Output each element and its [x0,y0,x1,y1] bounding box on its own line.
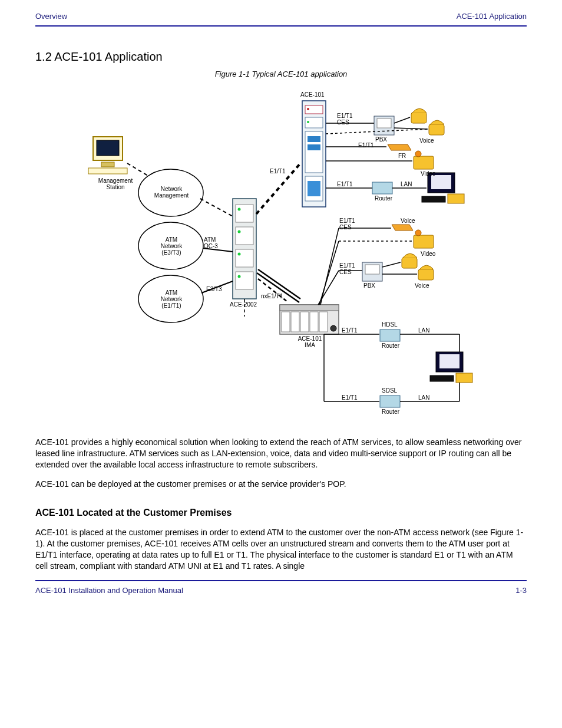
svg-point-39 [415,151,421,157]
lbl-atmoc3: ATMOC-3 [204,236,218,249]
svg-rect-8 [236,272,253,289]
lbl-video2: Video [421,251,435,257]
lbl-voice2: Voice [401,218,415,224]
svg-point-11 [238,253,241,256]
lbl-nxe1t1: nxE1/T1 [261,293,283,299]
lbl-e1t1-5: E1/T1 [342,394,358,401]
svg-rect-21 [308,181,320,196]
lbl-voice3: Voice [415,282,429,289]
voice2-modem-icon [392,225,413,230]
lbl-ace2002: ACE-2002 [230,301,257,308]
page-footer: ACE-101 Installation and Operation Manua… [0,581,562,607]
header-left: Overview [35,12,67,21]
lbl-mgmt: ManagementStation [92,177,139,190]
para2: ACE-101 can be deployed at the customer … [35,479,527,490]
svg-rect-41 [431,175,451,189]
svg-rect-37 [429,124,444,135]
section-title: 1.2 ACE-101 Application [0,27,562,64]
svg-rect-25 [282,312,290,332]
lbl-router3: Router [382,409,399,415]
video2-icon [414,230,434,248]
svg-line-75 [320,228,339,305]
svg-point-22 [307,108,309,110]
sdsl-router-icon [380,396,400,407]
svg-rect-43 [422,196,445,202]
svg-rect-26 [291,312,299,332]
lbl-e1t1ces-1: E1/T1CES [337,113,353,126]
ace101-1-icon [302,101,326,207]
lbl-e1t1-2: E1/T1 [358,142,374,149]
mgmt-station-icon [88,137,127,174]
svg-point-9 [238,208,241,211]
hdsl-router-icon [380,330,400,341]
lbl-lan1: LAN [401,181,412,187]
lbl-voice1: Voice [419,137,434,144]
lbl-e1t1-4: E1/T1 [342,327,358,334]
phone1-icon [411,108,427,123]
svg-rect-55 [402,258,417,268]
svg-rect-3 [88,168,127,174]
lbl-video1: Video [421,170,435,177]
svg-line-64 [382,262,401,267]
lbl-router2: Router [382,342,399,349]
svg-rect-52 [414,235,434,248]
phone4-icon [418,265,434,280]
footer-right: 1-3 [515,586,527,595]
lbl-e1t1-1: E1/T1 [270,168,286,174]
ace2002-icon [233,199,256,299]
router1-icon [372,182,392,194]
svg-rect-38 [414,156,434,169]
lbl-ace101-1: ACE-101 [300,91,325,98]
phone3-icon [402,253,417,268]
lbl-fr: FR [398,153,406,159]
svg-rect-31 [280,305,339,311]
para1: ACE-101 provides a highly economical sol… [35,437,527,470]
svg-rect-42 [448,194,464,203]
para3: ACE-101 is placed at the customer premis… [35,527,527,572]
svg-rect-28 [310,312,318,332]
svg-point-10 [238,230,241,233]
lbl-cloud-nm: NetworkManagement [151,186,192,199]
svg-rect-7 [236,249,253,267]
subheading-cpe: ACE-101 Located at the Customer Premises [35,506,527,519]
figure-caption: Figure 1-1 Typical ACE-101 application [0,70,562,78]
svg-rect-27 [300,312,309,332]
svg-point-53 [415,230,421,236]
footer-left: ACE-101 Installation and Operation Manua… [35,586,183,595]
svg-point-23 [307,121,309,123]
svg-point-12 [238,275,241,278]
lbl-e1t1ces-3: E1/T1CES [339,262,355,275]
lbl-cloud-e1: ATMNetwork(E1/T1) [151,289,192,309]
lbl-pbx2: PBX [363,282,375,289]
svg-rect-60 [430,375,454,381]
svg-rect-18 [308,136,320,142]
svg-rect-59 [456,373,472,383]
svg-rect-36 [411,113,427,123]
lbl-hdsl: HDSL [382,321,398,328]
lbl-ace101-2: ACE-101IMA [292,335,328,348]
video1-icon [414,151,434,169]
computer2-icon [430,352,472,383]
diagram-svg [35,81,527,429]
header-right: ACE-101 Application [457,12,527,21]
svg-rect-29 [319,312,328,332]
lbl-sdsl: SDSL [382,387,397,394]
svg-line-74 [319,241,339,305]
lbl-e1t1-3: E1/T1 [337,181,353,187]
link-cloudnm-ace2002 [200,199,233,216]
lbl-router1: Router [375,195,392,202]
network-diagram: ManagementStation NetworkManagement ATMN… [35,81,527,429]
svg-rect-6 [236,227,253,245]
svg-rect-1 [97,140,119,156]
svg-rect-2 [101,162,114,167]
lbl-lan2: LAN [418,327,429,334]
svg-rect-19 [308,144,320,150]
svg-line-46 [394,128,428,129]
phone2-icon [429,120,444,135]
svg-rect-5 [236,205,253,222]
lbl-cloud-e3: ATMNetwork(E3/T3) [151,236,192,256]
svg-rect-56 [418,269,434,280]
lbl-lan3: LAN [418,394,429,401]
lbl-pbx1: PBX [375,136,387,143]
lbl-e1t1ces-2: E1/T1CES [339,218,355,230]
